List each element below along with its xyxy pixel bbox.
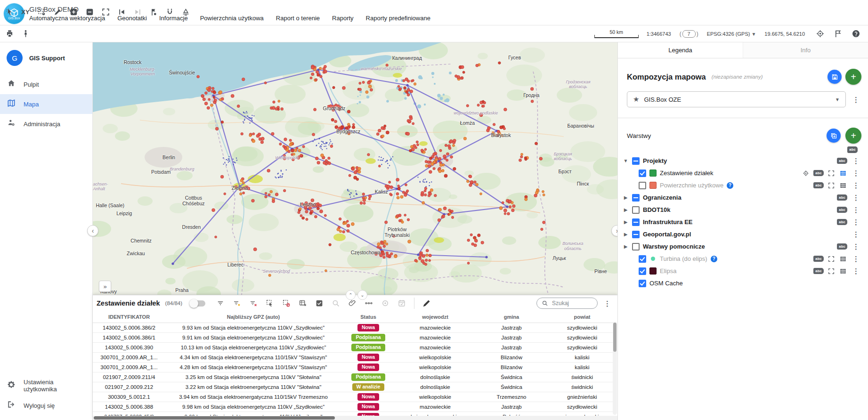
- area-select-icon[interactable]: [35, 6, 48, 19]
- sidebar-item-mapa[interactable]: Mapa: [0, 94, 92, 114]
- labels-toggle-icon[interactable]: abc: [837, 158, 847, 164]
- table-menu-icon[interactable]: ⋮: [602, 299, 613, 308]
- zoom-level[interactable]: (7): [680, 30, 698, 38]
- panel-collapse-up-icon[interactable]: ⌃: [346, 290, 356, 300]
- xy-coordinates-button[interactable]: XY: [19, 6, 32, 19]
- labels-toggle-icon[interactable]: abc: [837, 194, 847, 201]
- zoom-to-layer-icon[interactable]: [827, 181, 836, 190]
- select-features-icon[interactable]: [264, 297, 276, 309]
- layer-checkbox[interactable]: [639, 280, 646, 287]
- layer-label[interactable]: Warstwy pomocnicze: [643, 243, 705, 250]
- calendar-select-icon[interactable]: [396, 297, 408, 309]
- panel-collapse-down-icon[interactable]: ⌄: [357, 290, 367, 300]
- table-row[interactable]: 021907_2.0009.2123.22 km od Stacja elekt…: [93, 382, 617, 392]
- chevron-right-icon[interactable]: ▶: [623, 195, 629, 200]
- snap-icon[interactable]: [163, 6, 176, 19]
- previous-view-icon[interactable]: [115, 6, 128, 19]
- open-table-icon[interactable]: [839, 255, 847, 263]
- layer-menu-icon[interactable]: ⋮: [851, 218, 861, 226]
- layer-label[interactable]: OSM Cache: [649, 280, 683, 287]
- sidebar-item-administracja[interactable]: Administracja: [0, 114, 92, 134]
- open-table-icon[interactable]: [839, 181, 847, 190]
- search-in-table-icon[interactable]: [330, 297, 342, 309]
- table-vertical-scrollbar[interactable]: [613, 323, 617, 415]
- zoom-to-layer-icon[interactable]: [827, 255, 836, 263]
- crs-selector[interactable]: EPSG:4326 (GPS) ▼: [707, 31, 756, 37]
- help-icon[interactable]: [849, 27, 862, 40]
- table-horizontal-scrollbar[interactable]: [93, 416, 617, 420]
- map-canvas[interactable]: КалининградГусевRostockMecklenburg- Vorp…: [93, 42, 617, 295]
- labels-toggle-icon[interactable]: abc: [837, 243, 847, 250]
- next-view-icon[interactable]: [131, 6, 144, 19]
- add-layer-button[interactable]: +: [845, 128, 861, 144]
- add-composition-button[interactable]: +: [845, 69, 861, 85]
- layer-menu-icon[interactable]: ⋮: [851, 254, 861, 263]
- help-icon[interactable]: ?: [727, 182, 733, 189]
- filter-icon[interactable]: [214, 297, 227, 309]
- menu-item-5[interactable]: Raport o terenie: [276, 15, 320, 22]
- filter-favorite-icon[interactable]: [231, 297, 243, 309]
- help-icon[interactable]: ?: [711, 256, 717, 262]
- clear-selection-icon[interactable]: [280, 297, 292, 309]
- sidebar-item-pulpit[interactable]: Pulpit: [0, 74, 92, 94]
- magic-select-icon[interactable]: [3, 6, 16, 19]
- layer-checkbox[interactable]: [632, 206, 640, 214]
- layer-menu-icon[interactable]: ⋮: [851, 230, 861, 239]
- report-flag-icon[interactable]: [831, 27, 844, 40]
- layer-menu-icon[interactable]: ⋮: [851, 242, 861, 251]
- collapse-sidebar-button[interactable]: ‹: [87, 225, 98, 236]
- layer-menu-icon[interactable]: ⋮: [851, 181, 861, 190]
- print-icon[interactable]: [3, 27, 16, 40]
- zoom-to-layer-icon[interactable]: [827, 169, 836, 178]
- tab-legenda[interactable]: Legenda: [618, 42, 743, 58]
- fit-extent-icon[interactable]: [99, 6, 112, 19]
- locate-layer-icon[interactable]: [802, 169, 810, 178]
- table-row[interactable]: 300701_2.0009.AR_1...4.34 km od Stacja e…: [93, 353, 617, 363]
- layer-checkbox[interactable]: [639, 170, 646, 177]
- filter-clear-icon[interactable]: [247, 297, 260, 309]
- export-layer-icon[interactable]: [179, 6, 192, 19]
- expand-table-button[interactable]: »: [99, 281, 111, 292]
- table-row[interactable]: 021907_2.0009.211/43.25 km od Stacja ele…: [93, 372, 617, 382]
- chevron-right-icon[interactable]: ▶: [623, 207, 629, 212]
- street-view-icon[interactable]: [19, 27, 32, 40]
- layer-menu-icon[interactable]: ⋮: [851, 156, 861, 165]
- table-row[interactable]: 300701_2.0009.AR_1...4.28 km od Stacja e…: [93, 363, 617, 372]
- labels-toggle-icon[interactable]: abc: [813, 170, 824, 177]
- chevron-right-icon[interactable]: ▶: [623, 232, 629, 237]
- locate-row-icon[interactable]: [379, 297, 391, 309]
- composition-menu-icon[interactable]: ⋮: [851, 95, 861, 104]
- tab-info[interactable]: Info: [743, 42, 868, 58]
- layer-checkbox[interactable]: [639, 267, 646, 275]
- table-row[interactable]: 143002_5.0006.386/19.91 km od Stacja ele…: [93, 333, 617, 343]
- labels-toggle-icon[interactable]: abc: [813, 268, 824, 275]
- labels-toggle-icon[interactable]: abc: [837, 207, 847, 213]
- open-table-icon[interactable]: [839, 169, 847, 178]
- sidebar-item-gear[interactable]: Ustawienia użytkownika: [0, 376, 92, 396]
- add-point-icon[interactable]: [147, 6, 160, 19]
- layer-checkbox[interactable]: [639, 182, 646, 189]
- layer-label[interactable]: Infrastruktura EE: [643, 218, 692, 226]
- edit-pencil-icon[interactable]: [421, 297, 433, 309]
- layer-label[interactable]: Geoportal.gov.pl: [643, 231, 691, 238]
- table-row[interactable]: 143002_5.0006.39010.13 km od Stacja elek…: [93, 343, 617, 353]
- table-row[interactable]: 300309_5.0012.13.94 km od Stacja elektro…: [93, 392, 617, 402]
- zoom-to-layer-icon[interactable]: [827, 267, 836, 275]
- save-composition-button[interactable]: [827, 70, 842, 84]
- sidebar-item-logout[interactable]: Wyloguj się: [0, 396, 92, 415]
- composition-select[interactable]: ★ GIS.Box OZE ▼: [627, 91, 846, 107]
- layer-label[interactable]: BDOT10k: [643, 206, 671, 213]
- labels-toggle-icon[interactable]: abc: [837, 219, 847, 226]
- layer-label[interactable]: Powierzchnie użytkowe: [660, 182, 723, 189]
- layer-menu-icon[interactable]: ⋮: [851, 267, 861, 275]
- open-table-icon[interactable]: [839, 267, 847, 275]
- locate-icon[interactable]: [813, 27, 827, 40]
- add-column-icon[interactable]: [297, 297, 309, 309]
- chevron-right-icon[interactable]: ▶: [623, 219, 629, 225]
- layer-label[interactable]: Turbina (do elips): [660, 255, 707, 262]
- menu-item-4[interactable]: Powierzchnia użytkowa: [200, 15, 264, 22]
- table-row[interactable]: 143002_5.0006.3889.98 km od Stacja elekt…: [93, 402, 617, 412]
- draw-icon[interactable]: [51, 6, 64, 19]
- labels-toggle-icon[interactable]: abc: [813, 182, 824, 189]
- table-row[interactable]: 143002_5.0006.386/29.93 km od Stacja ele…: [93, 323, 617, 333]
